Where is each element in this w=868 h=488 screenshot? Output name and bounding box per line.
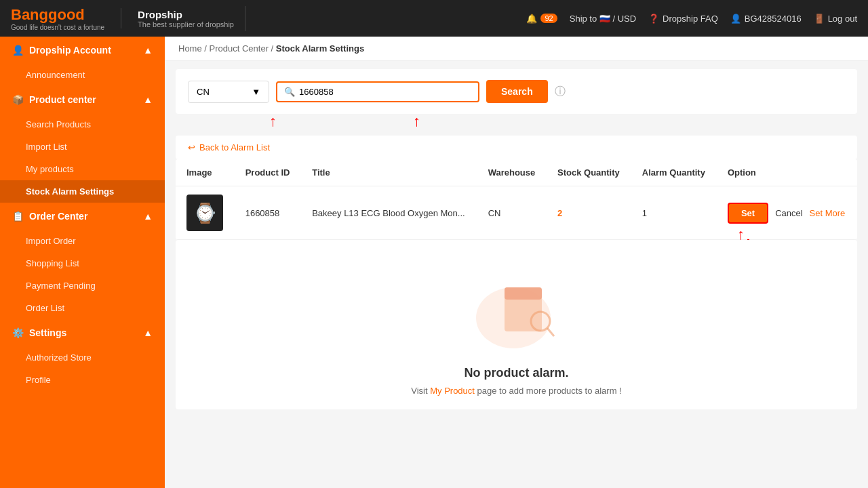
search-button[interactable]: Search <box>486 80 548 103</box>
settings-icon: ⚙️ <box>12 327 24 338</box>
order-icon: 📋 <box>12 211 24 222</box>
brand-tagline: Good life doesn't cost a fortune <box>11 24 104 31</box>
help-icon[interactable]: ⓘ <box>555 85 566 99</box>
col-product-id: Product ID <box>235 159 302 186</box>
faq-link[interactable]: ❓ Dropship FAQ <box>648 14 718 24</box>
top-nav-right: 🔔 92 Ship to 🇷🇺 / USD ❓ Dropship FAQ 👤 B… <box>526 14 857 24</box>
chevron-up-icon-2: ▲ <box>143 94 153 105</box>
sidebar-item-import-list[interactable]: Import List <box>0 136 165 158</box>
product-image: ⌚ <box>186 195 223 231</box>
sidebar-section-account-label: Dropship Account <box>29 45 111 56</box>
sidebar-item-authorized-store[interactable]: Authorized Store <box>0 346 165 369</box>
search-icon: 🔍 <box>284 87 295 97</box>
arrow-search: ↑ <box>413 114 420 129</box>
top-navigation: Banggood Good life doesn't cost a fortun… <box>0 0 868 37</box>
search-section: CN ▼ 🔍 Search ⓘ <box>176 69 857 114</box>
no-product-illustration <box>462 260 571 355</box>
service-subtitle: The best supplier of dropship <box>138 20 234 28</box>
bell-icon: 🔔 <box>526 14 537 24</box>
sidebar-item-payment-pending[interactable]: Payment Pending <box>0 274 165 297</box>
breadcrumb-current: Stock Alarm Settings <box>276 43 364 54</box>
back-to-alarm-link[interactable]: ↩ Back to Alarm List <box>188 142 845 152</box>
sidebar-item-shopping-list[interactable]: Shopping List <box>0 252 165 274</box>
breadcrumb-product-center[interactable]: Product Center <box>210 43 269 54</box>
product-id-cell: 1660858 <box>235 186 302 240</box>
col-title: Title <box>301 159 477 186</box>
table-row: ⌚ 1660858 Bakeey L13 ECG Blood Oxygen Mo… <box>176 186 857 240</box>
warehouse-value: CN <box>197 87 210 97</box>
logout-label: Log out <box>828 14 857 24</box>
ship-to-selector[interactable]: Ship to 🇷🇺 / USD <box>570 14 636 24</box>
sidebar-section-settings-label: Settings <box>29 327 66 338</box>
sidebar-item-my-products[interactable]: My products <box>0 158 165 180</box>
sidebar-section-order-center[interactable]: 📋 Order Center ▲ <box>0 203 165 230</box>
chevron-up-icon-4: ▲ <box>143 327 153 338</box>
col-warehouse: Warehouse <box>477 159 547 186</box>
question-icon: ❓ <box>648 14 659 24</box>
sidebar-item-search-products[interactable]: Search Products <box>0 113 165 136</box>
breadcrumb-home[interactable]: Home <box>178 43 202 54</box>
product-table: Image Product ID Title Warehouse Stock Q… <box>176 159 857 240</box>
col-image: Image <box>176 159 235 186</box>
option-cell: Set Cancel Set More ↑ <box>717 186 857 240</box>
stock-quantity-cell: 2 <box>547 186 631 240</box>
col-alarm-quantity: Alarm Quantity <box>631 159 717 186</box>
empty-state-svg <box>462 260 571 355</box>
chevron-up-icon-3: ▲ <box>143 211 153 222</box>
sidebar-item-stock-alarm[interactable]: Stock Alarm Settings <box>0 180 165 203</box>
set-button[interactable]: Set <box>728 203 768 224</box>
arrow-line <box>747 239 749 240</box>
alarm-quantity-value: 1 <box>642 208 647 218</box>
ship-to-label: Ship to 🇷🇺 / USD <box>570 14 636 24</box>
chevron-up-icon: ▲ <box>143 45 153 56</box>
arrow-set-btn: ↑ <box>737 226 745 240</box>
faq-label: Dropship FAQ <box>663 14 718 24</box>
breadcrumb-sep1: / <box>204 43 209 54</box>
brand-name: Banggood <box>11 6 104 24</box>
my-product-link[interactable]: My Product <box>430 386 475 396</box>
sidebar-item-announcement[interactable]: Announcement <box>0 64 165 86</box>
warehouse-cell: CN <box>477 186 547 240</box>
user-icon: 👤 <box>730 14 741 24</box>
account-icon: 👤 <box>12 45 24 56</box>
product-title-value: Bakeey L13 ECG Blood Oxygen Mon... <box>312 208 465 218</box>
sidebar-item-profile[interactable]: Profile <box>0 369 165 391</box>
no-product-sub-text: Visit <box>411 386 430 396</box>
product-title-cell: Bakeey L13 ECG Blood Oxygen Mon... <box>301 186 477 240</box>
search-input[interactable] <box>299 87 471 97</box>
arrow-indicators: ↑ ↑ <box>176 114 857 133</box>
user-id[interactable]: 👤 BG428524016 <box>730 14 802 24</box>
watch-icon: ⌚ <box>193 202 217 224</box>
sidebar-section-product-label: Product center <box>29 94 96 105</box>
back-arrow-icon: ↩ <box>188 142 195 152</box>
sidebar-section-product-center[interactable]: 📦 Product center ▲ <box>0 86 165 113</box>
main-content: Home / Product Center / Stock Alarm Sett… <box>165 37 868 488</box>
brand-area: Banggood Good life doesn't cost a fortun… <box>11 6 245 31</box>
arrow-warehouse: ↑ <box>269 114 277 129</box>
product-icon: 📦 <box>12 94 24 105</box>
svg-rect-2 <box>505 287 542 300</box>
sidebar-section-dropship-account[interactable]: 👤 Dropship Account ▲ <box>0 37 165 64</box>
product-table-section: Image Product ID Title Warehouse Stock Q… <box>176 159 857 240</box>
col-option: Option <box>717 159 857 186</box>
logout-button[interactable]: 🚪 Log out <box>814 14 857 24</box>
warehouse-value-cell: CN <box>488 208 501 218</box>
breadcrumb-sep2: / <box>271 43 276 54</box>
notifications-button[interactable]: 🔔 92 <box>526 14 557 24</box>
set-more-link[interactable]: Set More <box>810 208 846 218</box>
search-input-wrap: 🔍 <box>276 81 479 102</box>
warehouse-dropdown[interactable]: CN ▼ <box>188 81 269 103</box>
logout-icon: 🚪 <box>814 14 825 24</box>
service-title: Dropship <box>138 9 234 20</box>
sidebar-item-import-order[interactable]: Import Order <box>0 230 165 252</box>
option-buttons: Set Cancel Set More <box>728 203 846 224</box>
sidebar-section-order-label: Order Center <box>29 211 87 222</box>
sidebar: 👤 Dropship Account ▲ Announcement 📦 Prod… <box>0 37 165 488</box>
sidebar-item-order-list[interactable]: Order List <box>0 297 165 319</box>
product-id-value: 1660858 <box>245 208 280 218</box>
cancel-button[interactable]: Cancel <box>775 208 802 218</box>
alarm-quantity-cell: 1 <box>631 186 717 240</box>
col-stock-quantity: Stock Quantity <box>547 159 631 186</box>
sidebar-section-settings[interactable]: ⚙️ Settings ▲ <box>0 319 165 346</box>
back-link-section: ↩ Back to Alarm List <box>176 136 857 159</box>
